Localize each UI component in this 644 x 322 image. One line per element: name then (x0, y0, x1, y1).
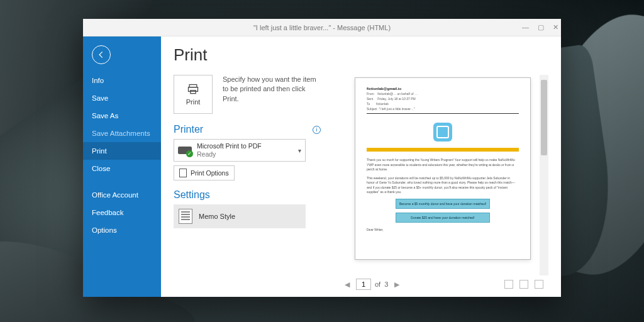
window-controls: ― ▢ ✕ (522, 23, 558, 31)
memo-style-icon (179, 209, 192, 224)
page-number-input[interactable] (356, 279, 371, 290)
print-description: Specify how you want the item to be prin… (223, 75, 317, 104)
svg-rect-1 (189, 87, 198, 92)
print-style-dropdown[interactable]: Memo Style (174, 204, 306, 228)
print-button[interactable]: Print (174, 75, 213, 114)
chevron-down-icon: ▾ (298, 147, 301, 154)
outlook-backstage-window: "I left just a little braver..." - Messa… (83, 19, 561, 297)
minimize-button[interactable]: ― (522, 23, 529, 31)
sidebar-item-feedback[interactable]: Feedback (83, 204, 161, 221)
printer-info-icon[interactable]: i (313, 126, 321, 134)
sidebar-item-info[interactable]: Info (83, 72, 161, 89)
print-pane: Print Print Specify how you want the ite… (161, 36, 561, 297)
print-options-button[interactable]: Print Options (174, 165, 235, 180)
printer-status: Ready (197, 150, 262, 158)
pager-total: 3 (384, 280, 388, 288)
printer-icon: ✓ (178, 145, 192, 156)
back-button[interactable] (92, 45, 111, 64)
document-icon (179, 169, 187, 177)
zoom-actual-icon[interactable] (519, 280, 528, 289)
next-page-button[interactable]: ▶ (392, 280, 402, 289)
page-navigator: ◀ of 3 ▶ (337, 275, 548, 293)
close-button[interactable]: ✕ (553, 23, 558, 31)
window-title: "I left just a little braver..." - Messa… (253, 24, 391, 31)
preview-page: fictionlab@gmail.io From fictionlab@… on… (355, 77, 531, 260)
sidebar-item-office-account[interactable]: Office Account (83, 186, 161, 204)
svg-rect-2 (191, 91, 196, 94)
print-button-label: Print (186, 98, 201, 106)
pager-of-label: of (375, 280, 380, 288)
backstage-sidebar: Info Save Save As Save Attachments Print… (83, 36, 161, 297)
print-preview-pane: fictionlab@gmail.io From fictionlab@… on… (337, 75, 548, 293)
printer-heading: Printer i (174, 124, 322, 135)
prev-page-button[interactable]: ◀ (342, 280, 352, 289)
preview-scrollbar[interactable] (540, 75, 548, 275)
settings-heading: Settings (174, 189, 322, 201)
print-style-label: Memo Style (199, 213, 235, 220)
printer-dropdown[interactable]: ✓ Microsoft Print to PDF Ready ▾ (174, 139, 306, 162)
page-title: Print (174, 45, 548, 65)
sidebar-item-save-attachments[interactable]: Save Attachments (83, 125, 161, 142)
sidebar-item-save[interactable]: Save (83, 89, 161, 107)
sidebar-item-save-as[interactable]: Save As (83, 107, 161, 125)
zoom-fit-icon[interactable] (504, 280, 513, 289)
titlebar: "I left just a little braver..." - Messa… (83, 19, 561, 36)
zoom-multi-icon[interactable] (535, 280, 543, 289)
sidebar-item-close[interactable]: Close (83, 160, 161, 177)
printer-name: Microsoft Print to PDF (197, 142, 262, 150)
maximize-button[interactable]: ▢ (538, 23, 544, 31)
sidebar-item-print[interactable]: Print (83, 142, 161, 160)
sidebar-item-options[interactable]: Options (83, 221, 161, 239)
